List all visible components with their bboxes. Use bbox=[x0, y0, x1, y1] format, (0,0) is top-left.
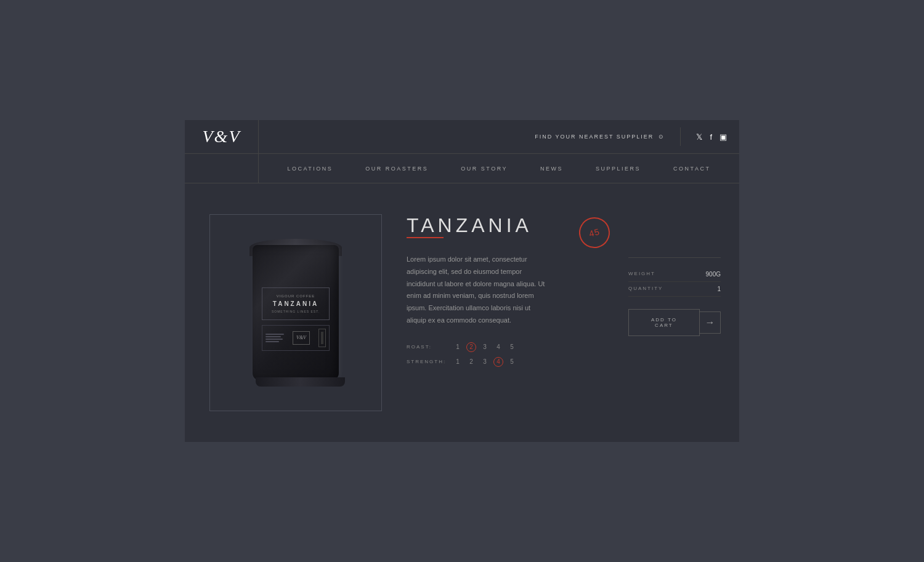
instagram-icon[interactable]: ▣ bbox=[719, 132, 727, 142]
nav-link-suppliers[interactable]: SUPPLIERS bbox=[596, 163, 641, 175]
tin-body: VIGOUR COFFEE TANZANIA SOMETHING LINES E… bbox=[253, 245, 339, 380]
main-content: VIGOUR COFFEE TANZANIA SOMETHING LINES E… bbox=[185, 183, 739, 442]
nav-link-our-roasters[interactable]: OUR ROASTERS bbox=[365, 163, 428, 175]
roast-4[interactable]: 4 bbox=[493, 342, 503, 352]
ratings-section: ROAST: 1 2 3 4 5 STRENGTH: 1 2 3 bbox=[407, 342, 610, 367]
tin-label-title: TANZANIA bbox=[273, 300, 318, 307]
strength-1[interactable]: 1 bbox=[453, 357, 463, 367]
nav-link-our-story[interactable]: OUR STORY bbox=[461, 163, 508, 175]
product-header: TANZANIA 45 bbox=[407, 214, 610, 251]
strength-rating-row: STRENGTH: 1 2 3 4 5 bbox=[407, 357, 610, 367]
weight-spec-row: WEIGHT 900G bbox=[628, 267, 721, 282]
logo: V&V bbox=[203, 128, 241, 145]
roast-numbers: 1 2 3 4 5 bbox=[453, 342, 517, 352]
tin-logo-bottom: V&V bbox=[262, 325, 330, 351]
cart-arrow-icon[interactable]: → bbox=[699, 311, 721, 334]
strength-3[interactable]: 3 bbox=[480, 357, 490, 367]
roast-3[interactable]: 3 bbox=[480, 342, 490, 352]
tin-data-lines bbox=[265, 334, 284, 342]
weight-value: 900G bbox=[706, 271, 721, 278]
social-icons: 𝕏 f ▣ bbox=[696, 132, 727, 142]
roast-5[interactable]: 5 bbox=[507, 342, 517, 352]
nav-link-news[interactable]: NEWS bbox=[540, 163, 563, 175]
nav-link-locations[interactable]: LOCATIONS bbox=[288, 163, 333, 175]
roast-rating-row: ROAST: 1 2 3 4 5 bbox=[407, 342, 610, 352]
coffee-tin: VIGOUR COFFEE TANZANIA SOMETHING LINES E… bbox=[246, 233, 345, 393]
page-wrapper: V&V FIND YOUR NEAREST SUPPLIER ⊙ 𝕏 f ▣ L… bbox=[185, 120, 739, 442]
header-right: FIND YOUR NEAREST SUPPLIER ⊙ 𝕏 f ▣ bbox=[259, 127, 739, 146]
strength-2[interactable]: 2 bbox=[466, 357, 476, 367]
tin-label-sub: SOMETHING LINES EST. bbox=[272, 310, 320, 313]
product-frame: VIGOUR COFFEE TANZANIA SOMETHING LINES E… bbox=[209, 214, 382, 411]
weight-label: WEIGHT bbox=[628, 271, 655, 278]
strength-label: STRENGTH: bbox=[407, 359, 447, 364]
right-column: WEIGHT 900G QUANTITY 1 ADD TO CART → bbox=[628, 208, 721, 417]
product-title-group: TANZANIA bbox=[407, 214, 532, 251]
nav-link-contact[interactable]: CONTACT bbox=[673, 163, 710, 175]
product-badge: 45 bbox=[575, 214, 613, 251]
header-top: V&V FIND YOUR NEAREST SUPPLIER ⊙ 𝕏 f ▣ bbox=[185, 120, 739, 154]
tin-v-logo: V&V bbox=[293, 331, 310, 345]
find-supplier[interactable]: FIND YOUR NEAREST SUPPLIER ⊙ bbox=[535, 134, 665, 140]
add-to-cart-button[interactable]: ADD TO CART bbox=[628, 309, 700, 336]
tin-bottom-rim bbox=[256, 377, 345, 387]
product-details: TANZANIA 45 Lorem ipsum dolor sit amet, … bbox=[407, 208, 610, 417]
product-title-underline bbox=[407, 237, 444, 238]
product-image-section: VIGOUR COFFEE TANZANIA SOMETHING LINES E… bbox=[203, 208, 388, 417]
nav-spacer bbox=[185, 154, 259, 183]
roast-2[interactable]: 2 bbox=[466, 342, 476, 352]
logo-section: V&V bbox=[185, 120, 259, 153]
quantity-spec-row: QUANTITY 1 bbox=[628, 282, 721, 297]
twitter-icon[interactable]: 𝕏 bbox=[696, 132, 702, 142]
nav-links: LOCATIONS OUR ROASTERS OUR STORY NEWS SU… bbox=[259, 163, 739, 175]
quantity-label: QUANTITY bbox=[628, 286, 663, 292]
nav-bar: LOCATIONS OUR ROASTERS OUR STORY NEWS SU… bbox=[185, 154, 739, 183]
strength-5[interactable]: 5 bbox=[507, 357, 517, 367]
product-title: TANZANIA bbox=[407, 214, 532, 237]
strength-numbers: 1 2 3 4 5 bbox=[453, 357, 517, 367]
add-to-cart-section: ADD TO CART → bbox=[628, 309, 721, 336]
strength-4[interactable]: 4 bbox=[493, 357, 503, 367]
header-divider bbox=[680, 127, 681, 146]
product-specs: WEIGHT 900G QUANTITY 1 bbox=[628, 257, 721, 297]
location-icon: ⊙ bbox=[659, 134, 665, 140]
roast-1[interactable]: 1 bbox=[453, 342, 463, 352]
product-description: Lorem ipsum dolor sit amet, consectetur … bbox=[407, 254, 548, 327]
tin-label-brand: VIGOUR COFFEE bbox=[277, 294, 315, 298]
find-supplier-text: FIND YOUR NEAREST SUPPLIER bbox=[535, 134, 654, 140]
tin-label: VIGOUR COFFEE TANZANIA SOMETHING LINES E… bbox=[262, 287, 330, 320]
quantity-value[interactable]: 1 bbox=[717, 286, 721, 292]
facebook-icon[interactable]: f bbox=[710, 132, 712, 142]
roast-label: ROAST: bbox=[407, 344, 447, 350]
